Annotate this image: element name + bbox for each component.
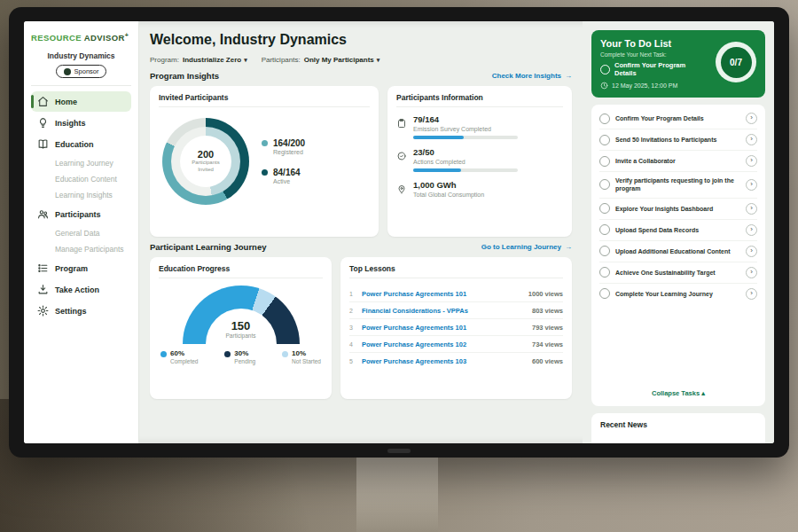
monitor-bezel: RESOURCE ADVISOR+ Industry Dynamics Spon… — [9, 7, 789, 458]
lightbulb-icon — [37, 117, 49, 129]
sidebar-item-education-content[interactable]: Education Content — [31, 171, 131, 187]
sidebar-item-home[interactable]: Home — [31, 91, 131, 112]
task-open-icon[interactable]: › — [746, 113, 757, 124]
recent-news-card: Recent News — [591, 413, 765, 443]
participants-select[interactable]: Only My Participants ▾ — [304, 56, 380, 64]
sidebar-item-learning-journey[interactable]: Learning Journey — [31, 155, 131, 171]
task-row[interactable]: Verify participants requesting to join t… — [599, 172, 757, 199]
task-checkbox[interactable] — [599, 224, 610, 235]
task-row[interactable]: Confirm Your Program Details › — [599, 108, 757, 129]
lesson-link[interactable]: Financial Considerations - VPPAs — [362, 307, 527, 315]
sidebar-item-settings[interactable]: Settings — [31, 301, 131, 321]
lesson-row: 1 Power Purchase Agreements 101 1000 vie… — [349, 286, 563, 302]
todo-tasks-card: Confirm Your Program Details › Send 50 I… — [591, 105, 765, 406]
lesson-link[interactable]: Power Purchase Agreements 101 — [362, 290, 523, 298]
task-open-icon[interactable]: › — [746, 224, 757, 236]
task-checkbox[interactable] — [599, 267, 610, 278]
progress-bar — [413, 136, 518, 139]
task-open-icon[interactable]: › — [746, 203, 757, 215]
check-circle-icon — [396, 149, 407, 160]
task-row[interactable]: Upload Spend Data Records › — [599, 220, 757, 241]
lesson-link[interactable]: Power Purchase Agreements 101 — [362, 324, 527, 332]
task-row[interactable]: Achieve One Sustainability Target › — [599, 262, 757, 284]
learning-journey-header: Participant Learning Journey Go to Learn… — [150, 242, 572, 252]
todo-title: Your To Do List — [600, 38, 705, 49]
sidebar-item-learning-insights[interactable]: Learning Insights — [31, 187, 131, 203]
sidebar-item-take-action[interactable]: Take Action — [31, 279, 131, 300]
gauge-center-value: 150 — [159, 319, 323, 332]
lesson-row: 2 Financial Considerations - VPPAs 803 v… — [349, 302, 563, 319]
home-icon — [37, 96, 49, 107]
lesson-link[interactable]: Power Purchase Agreements 102 — [362, 340, 527, 348]
arrow-right-icon: → — [565, 243, 572, 251]
todo-due-date: 12 May 2025, 12:00 PM — [600, 82, 705, 90]
task-open-icon[interactable]: › — [746, 288, 757, 300]
brand-logo: RESOURCE ADVISOR+ — [31, 32, 131, 43]
top-lessons-card: Top Lessons 1 Power Purchase Agreements … — [340, 257, 572, 399]
sidebar-item-education[interactable]: Education — [31, 134, 131, 154]
task-checkbox[interactable] — [599, 203, 610, 214]
sidebar: RESOURCE ADVISOR+ Industry Dynamics Spon… — [24, 21, 139, 443]
sponsor-badge[interactable]: Sponsor — [56, 65, 107, 78]
program-select[interactable]: Industrialize Zero ▾ — [183, 56, 247, 64]
program-select-value: Industrialize Zero — [183, 56, 241, 64]
participants-filter-label: Participants: — [262, 56, 301, 64]
participants-select-value: Only My Participants — [304, 56, 374, 64]
lesson-link[interactable]: Power Purchase Agreements 103 — [362, 357, 527, 365]
sidebar-item-insights[interactable]: Insights — [31, 113, 131, 133]
sidebar-item-label: Settings — [55, 307, 87, 316]
stat-global-consumption: 1,000 GWh Total Global Consumption — [396, 180, 563, 201]
todo-next-task[interactable]: Confirm Your Program Details — [600, 61, 705, 77]
task-open-icon[interactable]: › — [746, 246, 757, 257]
page-title: Welcome, Industry Dynamics — [150, 32, 572, 48]
program-filter-label: Program: — [150, 56, 179, 64]
arrow-right-icon: → — [565, 72, 572, 80]
sidebar-item-label: Participants — [55, 210, 101, 219]
sidebar-item-general-data[interactable]: General Data — [31, 225, 131, 241]
card-title: Participants Information — [396, 93, 563, 107]
todo-progress-count: 0/7 — [730, 58, 742, 67]
task-row[interactable]: Upload Additional Educational Content › — [599, 241, 757, 262]
task-checkbox[interactable] — [599, 113, 610, 124]
progress-bar — [413, 168, 518, 172]
task-row[interactable]: Send 50 Invitations to Participants › — [599, 129, 757, 151]
donut-legend: 164/200 Registered 84/164 Active — [262, 138, 305, 184]
legend-dot — [262, 140, 268, 146]
task-open-icon[interactable]: › — [746, 267, 757, 278]
task-checkbox[interactable] — [599, 288, 610, 299]
check-more-insights-link[interactable]: Check More Insights → — [492, 72, 572, 80]
task-checkbox[interactable] — [599, 246, 610, 256]
legend-item-registered: 164/200 Registered — [262, 138, 305, 155]
recent-news-heading: Recent News — [600, 420, 647, 429]
section-title: Participant Learning Journey — [150, 242, 266, 252]
task-checkbox[interactable] — [599, 156, 610, 167]
location-pin-icon — [396, 182, 407, 192]
clipboard-icon — [396, 116, 407, 127]
go-to-learning-journey-link[interactable]: Go to Learning Journey → — [481, 243, 572, 251]
sidebar-item-manage-participants[interactable]: Manage Participants — [31, 241, 131, 257]
task-open-icon[interactable]: › — [746, 155, 757, 167]
task-checkbox[interactable] — [599, 179, 610, 190]
legend-dot — [262, 169, 268, 176]
list-icon — [37, 262, 49, 274]
task-row[interactable]: Invite a Collaborator › — [599, 151, 757, 172]
task-row[interactable]: Explore Your Insights Dashboard › — [599, 199, 757, 220]
donut-center-value: 200 — [198, 149, 214, 160]
gauge-center-label: Participants — [159, 332, 323, 339]
stat-emission-survey: 79/164 Emission Survey Completed — [396, 114, 563, 139]
task-open-icon[interactable]: › — [746, 134, 757, 145]
participants-filter: Participants: Only My Participants ▾ — [262, 56, 380, 64]
sidebar-item-program[interactable]: Program — [31, 258, 131, 278]
todo-subtitle: Complete Your Next Task: — [600, 51, 705, 58]
legend-item-completed: 60% Completed — [160, 349, 198, 364]
task-checkbox[interactable] — [599, 135, 610, 145]
insights-cards-row: Invited Participants 200 Participants In… — [150, 86, 572, 237]
people-icon — [37, 208, 49, 220]
task-row[interactable]: Complete Your Learning Journey › — [599, 284, 757, 304]
invited-participants-donut-chart: 200 Participants Invited — [162, 118, 249, 205]
collapse-tasks-button[interactable]: Collapse Tasks ▴ — [599, 383, 757, 403]
sidebar-item-participants[interactable]: Participants — [31, 204, 131, 224]
sidebar-item-label: Insights — [55, 119, 86, 128]
chevron-up-icon: ▴ — [701, 389, 705, 397]
task-open-icon[interactable]: › — [746, 179, 757, 191]
